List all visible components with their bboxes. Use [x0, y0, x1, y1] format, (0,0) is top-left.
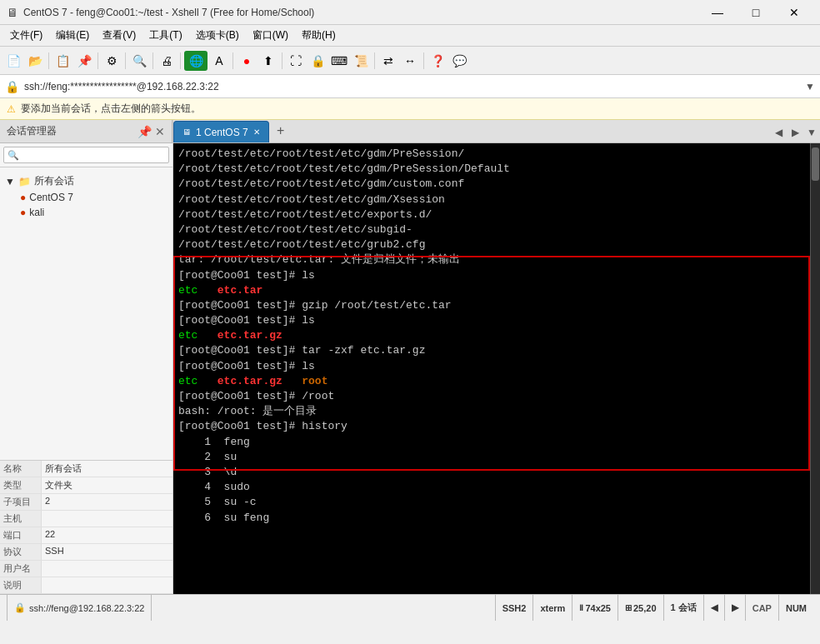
tab-nav: ◀ ▶ ▼ [770, 122, 820, 142]
tab-menu-button[interactable]: ▼ [803, 122, 820, 142]
help-button[interactable]: ❓ [428, 51, 448, 71]
tab-prev-button[interactable]: ◀ [770, 122, 787, 142]
session-item-kali[interactable]: ● kali [3, 205, 169, 220]
lock-icon: 🔒 [5, 80, 19, 93]
search-button[interactable]: 🔍 [129, 51, 149, 71]
status-connection: 🔒 ssh://feng@192.168.22.3:22 [7, 595, 152, 621]
expand-button[interactable]: ⛶ [286, 51, 306, 71]
prop-val-port: 22 [42, 527, 172, 543]
term-line-15: [root@Coo01 test]# ls [178, 359, 805, 374]
menu-tools[interactable]: 工具(T) [142, 27, 188, 44]
arrows-button[interactable]: ⇄ [378, 51, 398, 71]
pin-button[interactable]: 📌 [138, 125, 152, 138]
tab-bar: 🖥 1 CentOS 7 ✕ + ◀ ▶ ▼ [173, 120, 820, 143]
expand-icon: ▼ [5, 176, 15, 187]
title-bar: 🖥 CentOS 7 - feng@Coo01:~/test - Xshell … [0, 0, 820, 25]
prop-key-protocol: 协议 [0, 544, 42, 560]
menu-help[interactable]: 帮助(H) [295, 27, 342, 44]
upload-button[interactable]: ⬆ [258, 51, 278, 71]
term-line-18: bash: /root: 是一个目录 [178, 404, 805, 419]
new-session-button[interactable]: 📄 [3, 51, 23, 71]
session-manager-title: 会话管理器 [7, 124, 57, 138]
menu-bar: 文件(F) 编辑(E) 查看(V) 工具(T) 选项卡(B) 窗口(W) 帮助(… [0, 25, 820, 47]
term-line-10: etc etc.tar [178, 283, 805, 298]
terminal-scrollbar[interactable] [810, 143, 820, 594]
keyboard-button[interactable]: ⌨ [329, 51, 349, 71]
term-line-8: tar: /root/test/etc.tar: 文件是归档文件；未输出 [178, 252, 805, 267]
prop-row-protocol: 协议 SSH [0, 544, 172, 561]
connection-url: ssh://feng@192.168.22.3:22 [29, 603, 144, 613]
toolbar-separator-3 [125, 52, 126, 69]
term-line-9: [root@Coo01 test]# ls [178, 268, 805, 283]
tab-centos7[interactable]: 🖥 1 CentOS 7 ✕ [173, 121, 269, 142]
properties-panel: 名称 所有会话 类型 文件夹 子项目 2 主机 端口 22 协议 SSH [0, 460, 172, 594]
all-sessions-group[interactable]: ▼ 📁 所有会话 [3, 172, 169, 190]
term-line-7: /root/test/etc/root/test/etc/grub2.cfg [178, 237, 805, 252]
kali-label: kali [29, 207, 44, 218]
maximize-button[interactable]: □ [737, 0, 775, 25]
term-line-24: 5 su -c [178, 495, 805, 510]
toolbar-separator-6 [232, 52, 233, 69]
lock-button[interactable]: 🔒 [308, 51, 328, 71]
session-item-centos7[interactable]: ● CentOS 7 [3, 190, 169, 205]
app-icon: 🖥 [7, 6, 18, 19]
script-button[interactable]: 📜 [351, 51, 371, 71]
session-search [0, 143, 172, 167]
status-bar: 🔒 ssh://feng@192.168.22.3:22 SSH2 xterm … [0, 594, 820, 621]
prop-row-name: 名称 所有会话 [0, 461, 172, 477]
settings-button[interactable]: ⚙ [102, 51, 122, 71]
scrollbar-thumb[interactable] [812, 147, 819, 181]
print-button[interactable]: 🖨 [157, 51, 177, 71]
term-line-6: /root/test/etc/root/test/etc/subgid- [178, 222, 805, 237]
copy-button[interactable]: 📋 [52, 51, 72, 71]
menu-tabs[interactable]: 选项卡(B) [189, 27, 246, 44]
status-sessions: 1 会话 [663, 595, 703, 621]
tab-icon: 🖥 [182, 127, 191, 137]
open-button[interactable]: 📂 [25, 51, 45, 71]
more-button[interactable]: 💬 [449, 51, 469, 71]
session-search-input[interactable] [3, 147, 169, 163]
font-button[interactable]: A [209, 51, 229, 71]
size-text: 74x25 [585, 603, 611, 613]
term-line-12: [root@Coo01 test]# ls [178, 313, 805, 328]
menu-window[interactable]: 窗口(W) [246, 27, 295, 44]
info-icon: ⚠ [7, 103, 16, 115]
status-size: Ⅱ 74x25 [572, 595, 618, 621]
nav-prev-button[interactable]: ◀ [703, 595, 724, 621]
minimize-button[interactable]: — [698, 0, 737, 25]
toolbar-separator-8 [374, 52, 375, 69]
session-panel: 会话管理器 📌 ✕ ▼ 📁 所有会话 ● CentOS 7 [0, 120, 173, 594]
terminal[interactable]: /root/test/etc/root/test/etc/gdm/PreSess… [173, 143, 810, 594]
session-group-all: ▼ 📁 所有会话 ● CentOS 7 ● kali [0, 171, 172, 222]
paste-button[interactable]: 📌 [74, 51, 94, 71]
address-url: ssh://feng:*****************@192.168.22.… [24, 81, 800, 92]
tab-close-icon[interactable]: ✕ [253, 127, 260, 137]
prop-val-host [42, 511, 172, 527]
size-icon: Ⅱ [579, 603, 583, 612]
prop-row-notes: 说明 [0, 577, 172, 594]
prop-key-type: 类型 [0, 477, 42, 493]
menu-view[interactable]: 查看(V) [96, 27, 142, 44]
add-tab-button[interactable]: + [271, 121, 291, 141]
session-panel-close[interactable]: ✕ [155, 125, 165, 138]
term-line-5: /root/test/etc/root/test/etc/exports.d/ [178, 207, 805, 222]
info-bar: ⚠ 要添加当前会话，点击左侧的箭头按钮。 [0, 98, 820, 120]
toolbar-separator-9 [423, 52, 424, 69]
color-button[interactable]: ● [237, 51, 257, 71]
toolbar: 📄 📂 📋 📌 ⚙ 🔍 🖨 🌐 A ● ⬆ ⛶ 🔒 ⌨ 📜 ⇄ ↔ ❓ 💬 [0, 47, 820, 75]
toolbar-separator-7 [282, 52, 282, 69]
nav-next-button[interactable]: ▶ [724, 595, 745, 621]
address-dropdown[interactable]: ▼ [805, 81, 815, 92]
tab-next-button[interactable]: ▶ [787, 122, 803, 142]
connect-button[interactable]: 🌐 [184, 51, 208, 71]
close-button[interactable]: ✕ [775, 0, 813, 25]
pos-text: 25,20 [633, 603, 657, 613]
prop-val-username [42, 561, 172, 577]
term-line-14: [root@Coo01 test]# tar -zxf etc.tar.gz [178, 343, 805, 358]
toolbar-separator-1 [48, 52, 49, 69]
arrows2-button[interactable]: ↔ [400, 51, 420, 71]
menu-edit[interactable]: 编辑(E) [49, 27, 96, 44]
menu-file[interactable]: 文件(F) [3, 27, 49, 44]
prop-key-notes: 说明 [0, 577, 42, 593]
prop-row-port: 端口 22 [0, 527, 172, 544]
